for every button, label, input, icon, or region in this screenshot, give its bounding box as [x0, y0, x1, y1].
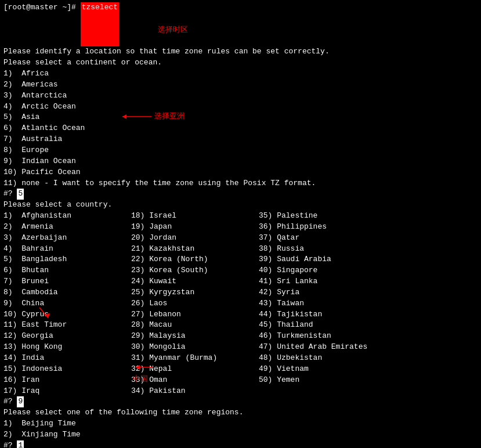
option-antarctica: 3) Antarctica: [3, 91, 478, 102]
country-row-8: 8) Cambodia25) Kyrgyzstan42) Syria: [3, 287, 478, 298]
arrow-china: [39, 308, 57, 319]
country-row-12: 12) Georgia29) Malaysia46) Turkmenistan: [3, 331, 478, 342]
prompt-line: [root@master ~]# tzselect 选择时区: [3, 2, 478, 46]
annotation-china-text: 中国: [133, 374, 148, 383]
arrow-asia: [120, 111, 154, 122]
annotation-select-asia-text: 选择亚洲: [154, 111, 185, 122]
country-row-11: 11) East Timor28) Macau45) Thailand: [3, 320, 478, 331]
country-row-5: 5) Bangladesh22) Korea (North)39) Saudi …: [3, 254, 478, 265]
select-country: Please select a country.: [3, 200, 478, 211]
option-atlantic: 6) Atlantic Ocean: [3, 123, 478, 134]
answer-5-line: #? 5: [3, 189, 478, 200]
info-line2: Please select a continent or ocean.: [3, 57, 478, 68]
answer-9: 9: [17, 396, 24, 407]
country-row-4: 4) Bahrain21) Kazakhstan38) Russia: [3, 244, 478, 255]
option-africa: 1) Africa: [3, 68, 478, 80]
annotation-china-text-group: 中国: [106, 352, 156, 396]
country-row-2: 2) Armenia19) Japan36) Philippines: [3, 222, 478, 233]
option-americas: 2) Americas: [3, 80, 478, 91]
annotation-beijing-group: 北京时间: [154, 438, 212, 448]
answer-1-tz: 1: [17, 440, 24, 448]
option-arctic: 4) Arctic Ocean: [3, 102, 478, 113]
answer-5: 5: [17, 189, 24, 200]
annotation-china-group: [39, 308, 57, 319]
option-beijing: 1) Beijing Time: [3, 418, 478, 429]
country-row-14: 14) India31) Myanmar (Burma)48) Uzbekist…: [3, 353, 478, 364]
country-row-10: 10) Cyprus27) Lebanon44) Tajikistan: [3, 309, 478, 320]
arrow-china2: [133, 363, 156, 372]
option-australia: 7) Australia: [3, 134, 478, 145]
select-timezone-region: Please select one of the following time …: [3, 407, 478, 418]
option-xinjiang: 2) Xinjiang Time: [3, 429, 478, 440]
svg-marker-5: [136, 365, 140, 370]
option-asia: 5) Asia 选择亚洲: [3, 112, 478, 123]
country-row-13: 13) Hong Kong30) Mongolia47) United Arab…: [3, 342, 478, 353]
annotation-select-asia-group: 选择亚洲: [120, 111, 185, 122]
annotation-select-timezone: 选择时区: [158, 25, 188, 34]
country-row-3: 3) Azerbaijan20) Jordan37) Qatar: [3, 233, 478, 244]
country-row-6: 6) Bhutan23) Korea (South)40) Singapore: [3, 265, 478, 276]
option-pacific: 10) Pacific Ocean: [3, 167, 478, 178]
option-europe: 8) Europe: [3, 145, 478, 156]
prompt-text: [root@master ~]#: [3, 2, 81, 46]
country-row-9: 9) China26) Laos43) Taiwan: [3, 298, 478, 309]
country-row-15: 15) Indonesia32) Nepal49) Vietnam: [3, 364, 478, 375]
info-line1: Please identify a location so that time …: [3, 46, 478, 57]
option-indian: 9) Indian Ocean: [3, 156, 478, 167]
svg-marker-1: [122, 114, 126, 119]
country-row-1: 1) Afghanistan18) Israel35) Palestine: [3, 211, 478, 222]
answer-1-line: #? 1 北京时间: [3, 440, 478, 448]
country-row-17: 17) Iraq34) Pakistan: [3, 386, 478, 397]
country-row-16: 16) Iran33) Oman50) Yemen: [3, 375, 478, 386]
command-text: tzselect: [81, 2, 119, 46]
terminal: [root@master ~]# tzselect 选择时区 Please id…: [0, 0, 481, 448]
country-row-7: 7) Brunei24) Kuwait41) Sri Lanka: [3, 276, 478, 287]
option-none: 11) none - I want to specify the time zo…: [3, 178, 478, 189]
answer-9-line: #? 9: [3, 396, 478, 407]
